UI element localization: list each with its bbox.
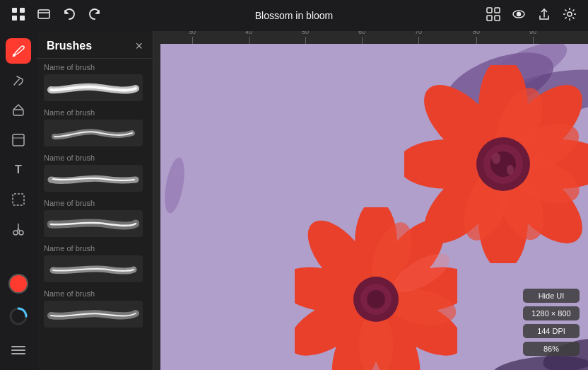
brush-item-6[interactable]: Name of brush bbox=[37, 285, 153, 330]
zoom-badge: 86% bbox=[523, 342, 580, 356]
brush-name-6: Name of brush bbox=[44, 289, 146, 298]
ruler-mark-30: 30 bbox=[189, 31, 196, 44]
undo-icon[interactable] bbox=[62, 7, 76, 25]
brush-tool[interactable] bbox=[6, 38, 31, 64]
svg-point-13 bbox=[13, 54, 16, 57]
svg-rect-8 bbox=[487, 16, 492, 21]
smudge-tool[interactable] bbox=[6, 68, 31, 93]
share-icon[interactable] bbox=[537, 7, 551, 25]
top-bar-left bbox=[11, 7, 102, 25]
ruler: 30 40 50 60 70 80 90 bbox=[153, 31, 588, 44]
svg-rect-15 bbox=[13, 134, 24, 146]
layers-icon[interactable] bbox=[37, 7, 51, 25]
top-bar-right bbox=[486, 7, 577, 25]
ruler-mark-40: 40 bbox=[245, 31, 252, 44]
svg-point-49 bbox=[507, 165, 514, 175]
vertical-ruler bbox=[153, 44, 160, 370]
info-panel: Hide UI 1280 × 800 144 DPI 86% bbox=[523, 289, 580, 356]
redo-icon[interactable] bbox=[88, 7, 102, 25]
brush-preview-5 bbox=[44, 255, 143, 282]
ruler-mark-90: 90 bbox=[529, 31, 536, 44]
ruler-mark-50: 50 bbox=[302, 31, 309, 44]
svg-rect-9 bbox=[495, 16, 500, 21]
svg-rect-4 bbox=[38, 10, 49, 18]
brush-item-1[interactable]: Name of brush bbox=[37, 59, 153, 104]
ruler-mark-70: 70 bbox=[415, 31, 422, 44]
brush-name-5: Name of brush bbox=[44, 244, 146, 253]
dpi-badge: 144 DPI bbox=[523, 324, 580, 338]
svg-rect-2 bbox=[12, 16, 17, 21]
brush-panel: Brushes × Name of brush Name of brush Na… bbox=[37, 31, 153, 370]
resolution-badge: 1280 × 800 bbox=[523, 306, 580, 320]
svg-point-11 bbox=[517, 12, 521, 16]
grid-icon[interactable] bbox=[11, 7, 25, 25]
brush-preview-4 bbox=[44, 210, 143, 237]
ruler-mark-80: 80 bbox=[473, 31, 480, 44]
hide-ui-button[interactable]: Hide UI bbox=[523, 289, 580, 303]
document-title: Blossom in bloom bbox=[255, 10, 334, 21]
svg-rect-7 bbox=[495, 8, 500, 13]
ruler-mark-60: 60 bbox=[358, 31, 365, 44]
loading-indicator[interactable] bbox=[6, 303, 31, 329]
flower-bottom-center bbox=[295, 207, 457, 370]
svg-point-12 bbox=[568, 12, 572, 16]
brush-panel-close-button[interactable]: × bbox=[135, 40, 143, 52]
brush-preview-6 bbox=[44, 301, 143, 328]
brush-preview-1 bbox=[44, 74, 143, 101]
svg-rect-3 bbox=[20, 16, 25, 21]
cut-tool[interactable] bbox=[6, 216, 31, 242]
svg-rect-0 bbox=[12, 8, 17, 13]
brush-panel-header: Brushes × bbox=[37, 31, 153, 59]
svg-line-20 bbox=[18, 229, 20, 231]
settings-icon[interactable] bbox=[563, 7, 577, 25]
brush-item-3[interactable]: Name of brush bbox=[37, 149, 153, 195]
left-toolbar: T bbox=[0, 31, 37, 370]
color-picker[interactable] bbox=[8, 274, 28, 294]
svg-rect-1 bbox=[20, 8, 25, 13]
svg-rect-14 bbox=[13, 110, 23, 115]
selection-tool[interactable] bbox=[6, 187, 31, 212]
transform-tool[interactable] bbox=[6, 127, 31, 153]
brush-panel-title: Brushes bbox=[47, 40, 92, 52]
eye-icon[interactable] bbox=[512, 7, 526, 25]
brush-name-2: Name of brush bbox=[44, 108, 146, 117]
brush-item-5[interactable]: Name of brush bbox=[37, 240, 153, 285]
brush-name-1: Name of brush bbox=[44, 63, 146, 71]
brush-item-4[interactable]: Name of brush bbox=[37, 195, 153, 240]
layers-panel-icon[interactable] bbox=[6, 337, 31, 363]
erase-tool[interactable] bbox=[6, 98, 31, 123]
brush-preview-3 bbox=[44, 165, 143, 192]
gallery-icon[interactable] bbox=[486, 7, 500, 25]
svg-point-31 bbox=[161, 156, 188, 215]
svg-point-48 bbox=[492, 153, 500, 164]
ruler-marks: 30 40 50 60 70 80 90 bbox=[153, 31, 588, 44]
svg-rect-16 bbox=[13, 194, 24, 205]
brush-name-3: Name of brush bbox=[44, 154, 146, 162]
brush-item-2[interactable]: Name of brush bbox=[37, 104, 153, 149]
top-bar: Blossom in bloom bbox=[0, 0, 588, 31]
brush-name-4: Name of brush bbox=[44, 199, 146, 207]
svg-point-65 bbox=[367, 290, 385, 308]
svg-rect-6 bbox=[487, 8, 492, 13]
brush-preview-2 bbox=[44, 120, 143, 146]
text-tool[interactable]: T bbox=[6, 157, 31, 183]
